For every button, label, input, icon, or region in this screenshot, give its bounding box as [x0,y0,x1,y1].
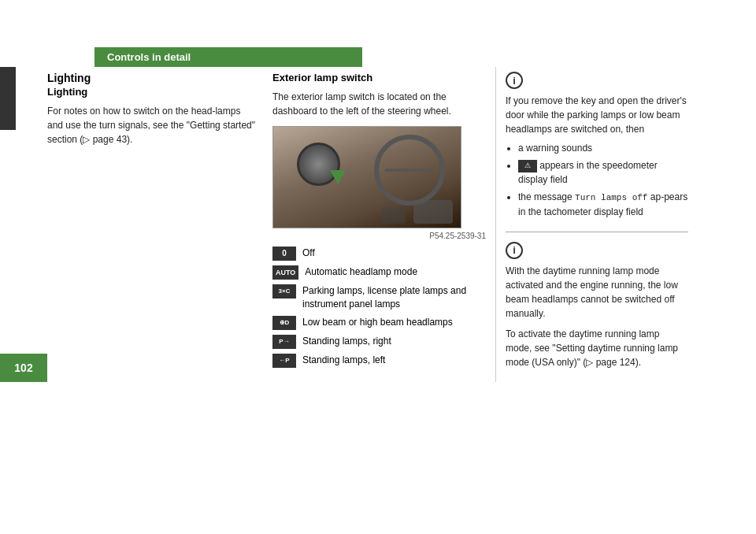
info-para-1: If you remove the key and open the drive… [506,95,687,135]
left-column: Lighting Lighting For notes on how to sw… [47,67,268,382]
info-text-2: With the daytime running lamp mode activ… [506,264,688,369]
info-icon-2-label: i [513,244,516,256]
symbol-off: 0 [272,247,296,261]
symbol-beam-label: Low beam or high beam headlamps [302,316,453,329]
turn-lamps-message: Turn lamps off [575,193,647,202]
symbol-off-label: Off [302,247,315,260]
divider [506,232,688,232]
warning-icon: ⚠ [518,160,537,172]
info-bullet-3-text-1: the message [518,191,575,202]
info-text-2-para2: To activate the daytime running lamp mod… [506,327,688,369]
green-arrow-icon [330,170,346,184]
middle-column: Exterior lamp switch The exterior lamp s… [268,67,496,382]
info-icon-label: i [513,75,516,87]
info-bullet-1: a warning sounds [518,141,688,155]
page-wrapper: Controls in detail 102 Lighting Lighting… [0,47,756,534]
section-title: Lighting [47,72,258,84]
list-item: 0 Off [272,247,486,261]
info-box-2: i With the daytime running lamp mode act… [506,242,688,369]
section-marker [0,67,16,130]
info-bullet-2: ⚠ appears in the speedometer display fie… [518,158,688,187]
content-row: 102 Lighting Lighting For notes on how t… [0,67,756,382]
list-item: P→ Standing lamps, right [272,335,486,349]
lamp-image [272,126,461,228]
exterior-desc: The exterior lamp switch is located on t… [272,90,486,118]
symbol-right: P→ [272,335,296,349]
top-section: Controls in detail [0,47,756,67]
page-number-box: 102 [0,354,47,382]
header-label: Controls in detail [107,51,191,63]
page-number: 102 [14,362,32,374]
symbol-auto-label: Automatic headlamp mode [305,265,417,279]
lamp-image-inner [273,127,461,228]
list-item: ⊕D Low beam or high beam headlamps [272,316,486,330]
symbol-park-label: Parking lamps, license plate lamps and i… [302,284,486,311]
info-icon-2: i [506,242,523,259]
symbol-auto: AUTO [272,265,298,280]
left-sidebar: 102 [0,67,47,382]
symbol-park: 3×C [272,284,296,299]
image-caption: P54.25-2539-31 [272,232,486,240]
symbol-right-label: Standing lamps, right [302,335,391,348]
symbol-beam: ⊕D [272,316,296,330]
info-bullet-3: the message Turn lamps off ap-pears in t… [518,190,688,219]
info-icon-1: i [506,72,523,89]
exterior-title: Exterior lamp switch [272,72,486,83]
list-item: ←P Standing lamps, left [272,354,486,368]
intro-text: For notes on how to switch on the head-l… [47,104,258,146]
info-text-2-para1: With the daytime running lamp mode activ… [506,264,688,321]
steering-wheel-icon [374,135,445,206]
info-box-1: i If you remove the key and open the dri… [506,72,688,219]
list-item: AUTO Automatic headlamp mode [272,265,486,280]
info-text-1: If you remove the key and open the drive… [506,94,688,219]
info-bullet-2-text: appears in the speedometer display field [518,160,658,185]
symbol-left: ←P [272,354,296,368]
list-item: 3×C Parking lamps, license plate lamps a… [272,284,486,311]
section-subtitle: Lighting [47,86,258,98]
symbol-left-label: Standing lamps, left [302,354,385,367]
header-bar: Controls in detail [94,47,362,67]
right-column: i If you remove the key and open the dri… [496,67,693,382]
symbol-list: 0 Off AUTO Automatic headlamp mode 3×C P… [272,247,486,368]
